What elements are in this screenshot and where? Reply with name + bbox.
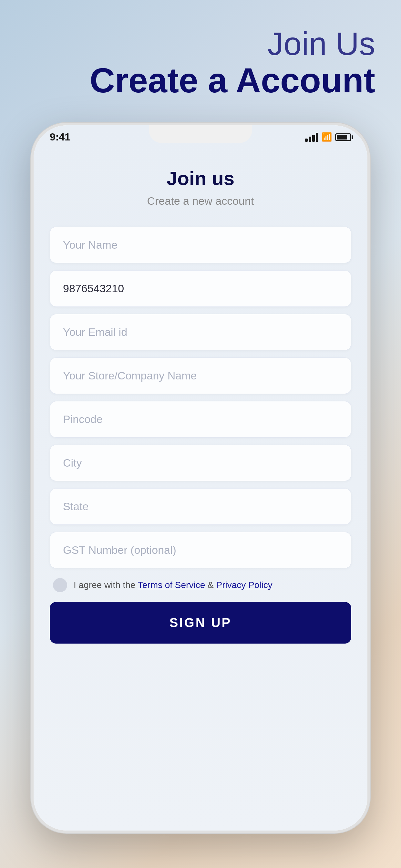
terms-separator: &: [205, 580, 216, 590]
screen-title: Join us: [50, 167, 351, 190]
sign-up-label: SIGN UP: [169, 616, 232, 630]
phone-frame: 9:41 📶 Join us Create a: [31, 123, 370, 833]
terms-checkbox[interactable]: [53, 578, 67, 592]
email-field[interactable]: Your Email id: [50, 314, 351, 350]
signal-icon: [305, 133, 318, 142]
email-placeholder: Your Email id: [63, 326, 127, 338]
terms-of-service-link[interactable]: Terms of Service: [138, 580, 205, 590]
state-placeholder: State: [63, 500, 89, 513]
wifi-icon: 📶: [321, 132, 332, 142]
battery-fill: [337, 135, 347, 140]
screen-subtitle: Create a new account: [50, 195, 351, 207]
phone-screen: 9:41 📶 Join us Create a: [34, 125, 367, 831]
signal-bar-2: [309, 136, 311, 142]
state-field[interactable]: State: [50, 488, 351, 525]
phone-side-button: [31, 319, 33, 358]
screen-content[interactable]: Join us Create a new account Your Name 9…: [34, 148, 367, 831]
company-field[interactable]: Your Store/Company Name: [50, 358, 351, 394]
phone-container: 9:41 📶 Join us Create a: [31, 123, 370, 833]
phone-field[interactable]: 9876543210: [50, 270, 351, 307]
pincode-placeholder: Pincode: [63, 413, 103, 425]
join-us-title: Join Us: [90, 26, 375, 61]
company-placeholder: Your Store/Company Name: [63, 369, 197, 382]
city-field[interactable]: City: [50, 445, 351, 481]
name-field[interactable]: Your Name: [50, 227, 351, 263]
pincode-field[interactable]: Pincode: [50, 401, 351, 438]
signal-bar-3: [312, 135, 315, 142]
signal-bar-1: [305, 138, 308, 142]
city-placeholder: City: [63, 457, 82, 469]
gst-field[interactable]: GST Number (optional): [50, 532, 351, 568]
terms-text: I agree with the Terms of Service & Priv…: [73, 580, 273, 590]
status-time: 9:41: [50, 131, 70, 143]
sign-up-button[interactable]: SIGN UP: [50, 602, 351, 644]
status-icons: 📶: [305, 132, 351, 142]
header-section: Join Us Create a Account: [90, 26, 375, 100]
gst-placeholder: GST Number (optional): [63, 544, 176, 556]
signal-bar-4: [316, 133, 318, 142]
status-bar: 9:41 📶: [50, 131, 351, 143]
privacy-policy-link[interactable]: Privacy Policy: [216, 580, 272, 590]
phone-value: 9876543210: [63, 282, 124, 294]
battery-icon: [335, 133, 351, 141]
terms-prefix: I agree with the: [73, 580, 138, 590]
terms-row[interactable]: I agree with the Terms of Service & Priv…: [53, 578, 348, 592]
name-placeholder: Your Name: [63, 239, 118, 251]
create-account-title: Create a Account: [90, 61, 375, 100]
